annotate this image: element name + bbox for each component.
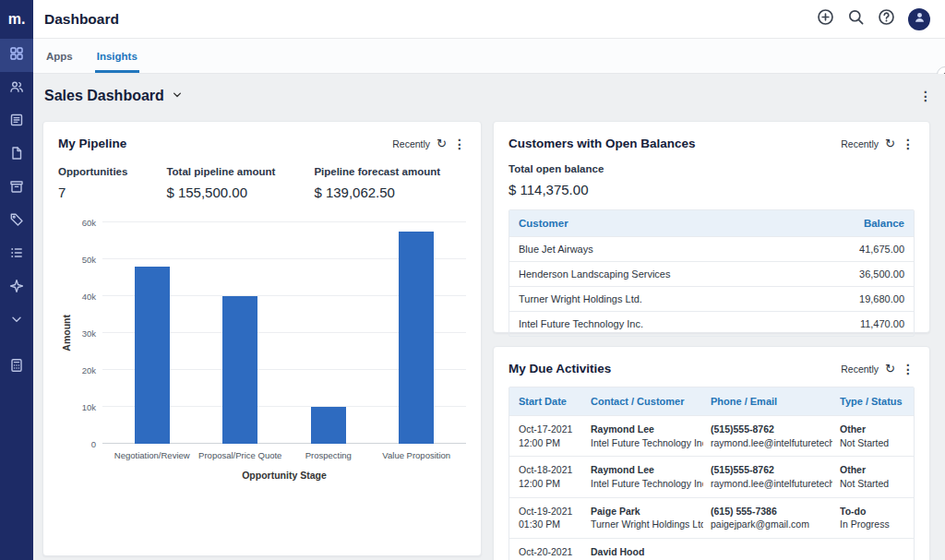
cell-primary: (515)555-8762 — [711, 423, 832, 436]
cell: Oct-20-2021 — [519, 545, 591, 559]
cell-secondary: 01:30 PM — [519, 518, 583, 531]
open-balances-body: Blue Jet Airways41,675.00Henderson Lands… — [509, 236, 914, 336]
column-header: Balance — [821, 218, 904, 229]
tab-insights[interactable]: Insights — [95, 39, 139, 73]
cell: Oct-18-202112:00 PM — [519, 463, 591, 490]
pipeline-chart-plot — [102, 222, 466, 444]
refresh-icon[interactable]: ↻ — [885, 137, 895, 149]
card-actions: Recently ↻ ⋮ — [841, 137, 915, 150]
column-header: Type / Status — [840, 396, 904, 407]
recency-label[interactable]: Recently — [392, 138, 430, 149]
chevron-down-icon — [9, 312, 24, 330]
card-title: My Pipeline — [58, 137, 126, 150]
card-header: Customers with Open Balances Recently ↻ … — [508, 137, 915, 150]
card-title: Customers with Open Balances — [508, 137, 696, 150]
customer-cell: Henderson Landscaping Services — [519, 268, 821, 280]
total-open-balance-label: Total open balance — [508, 163, 915, 174]
person-icon — [913, 10, 927, 28]
sidebar: m. — [0, 0, 33, 560]
tabs: AppsInsights — [44, 39, 139, 73]
bar-column — [284, 222, 373, 444]
cell: Oct-19-202101:30 PM — [519, 505, 591, 531]
x-axis-title: Opportunity Stage — [102, 470, 466, 481]
table-row[interactable]: Blue Jet Airways41,675.00 — [509, 236, 914, 261]
bar-4[interactable] — [399, 232, 434, 444]
table-row[interactable]: Intel Future Technology Inc.11,470.00 — [509, 311, 914, 336]
due-activities-card: My Due Activities Recently ↻ ⋮ Start Dat… — [493, 346, 930, 560]
x-axis-labels: Negotiation/ReviewProposal/Price QuotePr… — [102, 450, 466, 461]
user-avatar[interactable] — [908, 8, 930, 30]
sidebar-item-estimates[interactable] — [0, 172, 33, 205]
open-balances-head: CustomerBalance — [509, 210, 914, 236]
x-tick-label: Negotiation/Review — [108, 450, 197, 461]
cell-secondary: 12:00 PM — [519, 436, 583, 450]
cell-primary: Raymond Lee — [591, 423, 703, 436]
sidebar-item-automation[interactable] — [0, 271, 33, 304]
estimates-icon — [9, 179, 24, 197]
open-balances-card: Customers with Open Balances Recently ↻ … — [493, 121, 930, 333]
recency-label[interactable]: Recently — [841, 138, 879, 149]
sidebar-item-apps[interactable] — [0, 39, 33, 72]
bars — [102, 222, 466, 444]
bar-1[interactable] — [135, 267, 170, 444]
search-button[interactable] — [847, 8, 865, 30]
bar-3[interactable] — [311, 407, 346, 444]
card-actions: Recently ↻ ⋮ — [392, 137, 466, 150]
recency-label[interactable]: Recently — [841, 363, 879, 375]
cell-secondary: paigejpark@gmail.com — [711, 518, 832, 531]
cell: (615) 555-7386paigejpark@gmail.com — [711, 505, 840, 531]
table-row[interactable]: Oct-17-202112:00 PMRaymond LeeIntel Futu… — [509, 415, 914, 456]
refresh-icon[interactable]: ↻ — [885, 363, 895, 375]
tab-apps[interactable]: Apps — [44, 39, 75, 73]
sidebar-item-reports[interactable] — [0, 105, 33, 138]
balance-cell: 11,470.00 — [821, 318, 904, 329]
help-icon — [878, 8, 895, 30]
help-button[interactable] — [878, 8, 895, 30]
kebab-menu-icon[interactable]: ⋮ — [453, 137, 466, 150]
table-row[interactable]: Oct-20-2021David Hood — [509, 538, 914, 560]
table-row[interactable]: Oct-19-202101:30 PMPaige ParkTurner Wrig… — [509, 497, 914, 538]
y-tick-label: 10k — [82, 402, 96, 412]
x-tick-label: Value Proposition — [373, 450, 461, 461]
cell: OtherNot Started — [840, 423, 904, 449]
balance-cell: 36,500.00 — [821, 268, 904, 280]
list-icon — [9, 245, 24, 264]
due-activities-table: Start DateContact / CustomerPhone / Emai… — [508, 387, 915, 560]
cell-primary: (515)555-8762 — [711, 463, 832, 477]
apps-grid-icon — [9, 46, 24, 65]
cell-primary: Oct-20-2021 — [519, 545, 583, 559]
cell: (515)555-8762raymond.lee@intelfuturetech — [711, 463, 840, 490]
cell-primary: David Hood — [591, 545, 703, 559]
sidebar-item-lists[interactable] — [0, 238, 33, 271]
cell: Paige ParkTurner Wright Holdings Ltd. — [591, 505, 711, 531]
cell-secondary: raymond.lee@intelfuturetech — [711, 436, 832, 450]
dashboard-selector[interactable]: Sales Dashboard — [44, 88, 183, 104]
table-row[interactable]: Henderson Landscaping Services36,500.00 — [509, 261, 914, 286]
cell-primary: To-do — [840, 505, 904, 518]
column-header: Start Date — [519, 396, 591, 407]
dashboard-subheader: Sales Dashboard ⋮ — [33, 74, 945, 118]
balance-cell: 41,675.00 — [821, 244, 904, 255]
kebab-menu-icon[interactable]: ⋮ — [919, 89, 932, 102]
y-tick-label: 50k — [82, 255, 96, 265]
refresh-icon[interactable]: ↻ — [437, 137, 447, 149]
sidebar-item-tags[interactable] — [0, 205, 33, 238]
sidebar-item-calculator[interactable] — [0, 351, 33, 384]
table-row[interactable]: Oct-18-202112:00 PMRaymond LeeIntel Futu… — [509, 456, 914, 496]
cell-primary: Raymond Lee — [591, 463, 703, 477]
kebab-menu-icon[interactable]: ⋮ — [902, 137, 915, 150]
cell: To-doIn Progress — [840, 505, 904, 531]
pipeline-stats: Opportunities7Total pipeline amount$ 155… — [58, 166, 466, 200]
bar-2[interactable] — [222, 296, 257, 444]
sidebar-item-more[interactable] — [0, 304, 33, 338]
pipeline-stat: Pipeline forecast amount$ 139,062.50 — [314, 166, 440, 200]
sidebar-item-contacts[interactable] — [0, 72, 33, 105]
pipeline-stat: Total pipeline amount$ 155,500.00 — [166, 166, 275, 200]
cell-primary: Oct-18-2021 — [519, 463, 583, 477]
add-button[interactable] — [817, 8, 834, 30]
cell — [711, 545, 840, 559]
sidebar-item-documents[interactable] — [0, 138, 33, 172]
table-row[interactable]: Turner Wright Holdings Ltd.19,680.00 — [509, 286, 914, 311]
kebab-menu-icon[interactable]: ⋮ — [902, 363, 915, 375]
y-tick-label: 40k — [82, 292, 96, 302]
